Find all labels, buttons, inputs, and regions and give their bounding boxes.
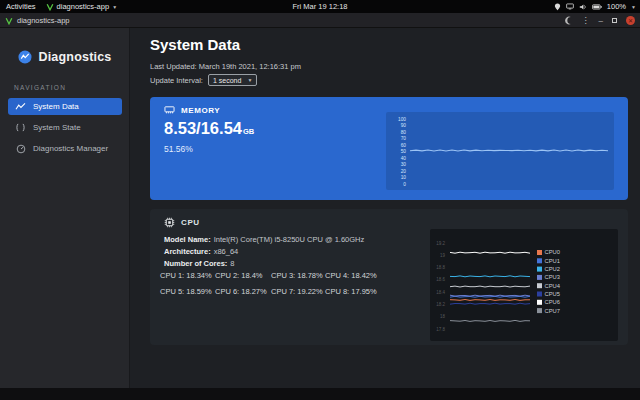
sidebar-item-label: System Data xyxy=(33,102,79,111)
cpu-core-usage: CPU 3: 18.78% xyxy=(271,271,325,280)
memory-card: MEMORY 8.53/16.54GB 51.56% 1009080706050… xyxy=(150,97,628,200)
svg-text:CPU3: CPU3 xyxy=(545,274,560,280)
sidebar-app-name: Diagnostics xyxy=(38,50,111,64)
cpu-model-value: Intel(R) Core(TM) i5-8250U CPU @ 1.60GHz xyxy=(214,235,365,244)
svg-text:18.6: 18.6 xyxy=(436,277,445,282)
extension-icon[interactable] xyxy=(564,16,573,25)
kebab-menu-icon[interactable]: ⋮ xyxy=(582,17,590,25)
cpu-card-title: CPU xyxy=(181,218,200,227)
volume-icon xyxy=(579,3,587,11)
code-brackets-icon xyxy=(15,123,26,132)
cpu-core-usage: CPU 5: 18.59% xyxy=(160,287,215,296)
line-chart-icon xyxy=(15,102,26,111)
cpu-cores-label: Number of Cores: xyxy=(164,259,227,268)
location-icon xyxy=(554,3,561,11)
cpu-cores-value: 8 xyxy=(230,259,234,268)
cpu-arch-value: x86_64 xyxy=(214,247,239,256)
cpu-core-usage: CPU 7: 19.22% xyxy=(271,287,325,296)
svg-text:CPU4: CPU4 xyxy=(545,283,561,289)
close-button[interactable]: ✕ xyxy=(626,16,635,25)
svg-text:50: 50 xyxy=(401,149,407,154)
cpu-model-label: Model Name: xyxy=(164,235,211,244)
window-titlebar[interactable]: diagnostics-app ⋮ – ✕ xyxy=(0,13,640,28)
sidebar-item-diagnostics-manager[interactable]: Diagnostics Manager xyxy=(8,140,122,157)
sidebar: Diagnostics NAVIGATION System Data Syste… xyxy=(0,28,130,388)
battery-percent: 100% xyxy=(607,2,626,11)
svg-text:CPU2: CPU2 xyxy=(545,266,560,272)
system-tray[interactable]: 100% ▼ xyxy=(554,0,636,13)
cpu-core-usage: CPU 8: 17.95% xyxy=(325,287,385,296)
memory-usage-value: 8.53/16.54 xyxy=(164,119,242,137)
svg-text:19.2: 19.2 xyxy=(436,241,445,246)
maximize-button[interactable] xyxy=(612,18,617,23)
last-updated-text: Last Updated: March 19th 2021, 12:16:31 … xyxy=(150,62,301,71)
memory-usage-unit: GB xyxy=(243,127,254,136)
update-interval-select[interactable]: 1 second ▼ xyxy=(208,74,257,86)
svg-text:100: 100 xyxy=(398,117,406,122)
sidebar-item-label: Diagnostics Manager xyxy=(33,144,108,153)
cpu-core-usage: CPU 2: 18.4% xyxy=(215,271,271,280)
window-title: diagnostics-app xyxy=(17,16,70,25)
memory-percent: 51.56% xyxy=(164,144,193,154)
sidebar-item-label: System State xyxy=(33,123,81,132)
update-interval-value: 1 second xyxy=(213,77,241,84)
svg-text:10: 10 xyxy=(401,175,407,180)
svg-text:40: 40 xyxy=(401,156,407,161)
svg-text:70: 70 xyxy=(401,136,407,141)
svg-text:18.8: 18.8 xyxy=(436,265,445,270)
cpu-usage-chart: 19.21918.818.618.418.21817.8CPU0CPU1CPU2… xyxy=(430,229,618,341)
cpu-core-usage: CPU 1: 18.34% xyxy=(160,271,215,280)
cpu-arch-label: Architecture: xyxy=(164,247,211,256)
svg-text:20: 20 xyxy=(401,169,407,174)
cpu-core-usage: CPU 6: 18.27% xyxy=(215,287,271,296)
memory-usage-chart: 1009080706050403020100 xyxy=(386,112,614,190)
app-window: Diagnostics NAVIGATION System Data Syste… xyxy=(0,28,640,388)
chevron-down-icon: ▼ xyxy=(631,4,636,10)
svg-text:CPU7: CPU7 xyxy=(545,308,560,314)
svg-text:18: 18 xyxy=(440,314,446,319)
svg-text:CPU1: CPU1 xyxy=(545,258,560,264)
cpu-core-usage-grid: CPU 1: 18.34% CPU 2: 18.4% CPU 3: 18.78%… xyxy=(160,271,385,296)
svg-text:CPU5: CPU5 xyxy=(545,291,560,297)
minimize-button[interactable]: – xyxy=(599,17,603,25)
sidebar-item-system-data[interactable]: System Data xyxy=(8,98,122,115)
memory-chip-icon xyxy=(164,105,175,115)
cpu-card: CPU Model Name:Intel(R) Core(TM) i5-8250… xyxy=(150,209,628,345)
nav-section-label: NAVIGATION xyxy=(14,84,66,91)
svg-text:0: 0 xyxy=(403,182,406,187)
app-logo-icon xyxy=(5,17,13,25)
svg-text:80: 80 xyxy=(401,130,407,135)
svg-text:17.8: 17.8 xyxy=(436,327,445,332)
chevron-down-icon: ▼ xyxy=(247,77,252,83)
svg-text:90: 90 xyxy=(401,123,407,128)
svg-text:30: 30 xyxy=(401,162,407,167)
battery-icon xyxy=(592,4,602,10)
svg-text:19: 19 xyxy=(440,253,446,258)
svg-text:18.4: 18.4 xyxy=(436,290,445,295)
display-icon xyxy=(566,3,574,10)
svg-text:60: 60 xyxy=(401,143,407,148)
svg-text:CPU0: CPU0 xyxy=(545,249,560,255)
svg-text:CPU6: CPU6 xyxy=(545,299,560,305)
page-title: System Data xyxy=(150,36,240,53)
update-interval-label: Update Interval: xyxy=(150,76,203,85)
gauge-icon xyxy=(15,144,26,154)
diagnostics-logo-icon xyxy=(18,50,32,64)
system-top-bar: Activities diagnostics-app ▼ Fri Mar 19 … xyxy=(0,0,640,13)
sidebar-item-system-state[interactable]: System State xyxy=(8,119,122,136)
svg-text:18.2: 18.2 xyxy=(436,302,445,307)
cpu-core-usage: CPU 4: 18.42% xyxy=(325,271,385,280)
main-content: System Data Last Updated: March 19th 202… xyxy=(130,28,640,388)
clock[interactable]: Fri Mar 19 12:18 xyxy=(292,2,347,11)
cpu-chip-icon xyxy=(164,217,175,228)
memory-card-title: MEMORY xyxy=(181,106,220,115)
